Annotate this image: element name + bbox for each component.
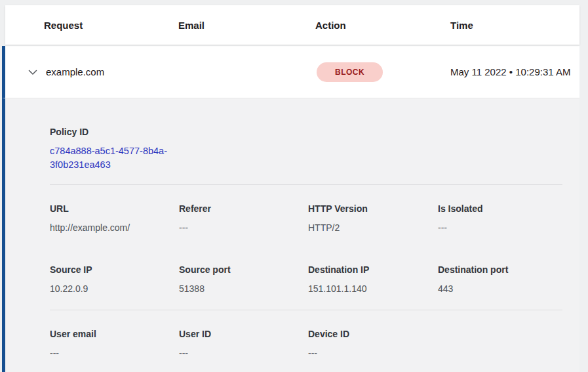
destination-ip-label: Destination IP (308, 264, 438, 275)
user-email-label: User email (50, 329, 179, 339)
policy-id-field: Policy ID c784a888-a5c1-4577-8b4a-3f0b23… (50, 127, 562, 172)
url-value: http://example.com/ (50, 222, 179, 233)
user-email-value: --- (50, 348, 179, 358)
user-id-label: User ID (179, 329, 308, 339)
http-version-label: HTTP Version (308, 203, 438, 214)
detail-row-user: User email --- User ID --- Device ID --- (50, 329, 562, 358)
destination-ip-value: 151.101.1.140 (308, 283, 438, 294)
http-version-value: HTTP/2 (308, 222, 438, 233)
url-label: URL (50, 203, 179, 214)
policy-id-link[interactable]: c784a888-a5c1-4577-8b4a-3f0b231ea463 (50, 144, 184, 172)
user-id-field: User ID --- (179, 329, 308, 358)
column-header-request: Request (44, 20, 178, 31)
source-port-value: 51388 (179, 283, 308, 294)
request-value: example.com (44, 66, 104, 77)
destination-port-field: Destination port 443 (438, 264, 562, 294)
source-ip-label: Source IP (50, 264, 179, 275)
source-port-label: Source port (179, 264, 308, 275)
referer-field: Referer --- (179, 203, 308, 233)
detail-row-network: Source IP 10.22.0.9 Source port 51388 De… (50, 264, 562, 294)
divider (50, 310, 562, 310)
user-id-value: --- (179, 348, 308, 358)
source-ip-value: 10.22.0.9 (50, 283, 179, 294)
policy-id-label: Policy ID (50, 127, 562, 137)
is-isolated-field: Is Isolated --- (438, 203, 562, 233)
detail-row-http: URL http://example.com/ Referer --- HTTP… (50, 203, 562, 233)
device-id-label: Device ID (308, 329, 438, 339)
url-field: URL http://example.com/ (50, 203, 179, 233)
source-port-field: Source port 51388 (179, 264, 308, 294)
destination-port-value: 443 (438, 283, 562, 294)
http-version-field: HTTP Version HTTP/2 (308, 203, 438, 233)
row-detail-panel: Policy ID c784a888-a5c1-4577-8b4a-3f0b23… (2, 98, 579, 372)
table-header: Request Email Action Time (5, 5, 579, 45)
user-email-field: User email --- (50, 329, 179, 358)
chevron-down-icon[interactable] (28, 67, 38, 77)
device-id-value: --- (308, 348, 438, 358)
column-header-email: Email (178, 20, 315, 31)
table-row[interactable]: example.com BLOCK May 11 2022 • 10:29:31… (2, 46, 579, 98)
action-status-badge: BLOCK (317, 62, 383, 82)
destination-ip-field: Destination IP 151.101.1.140 (308, 264, 438, 294)
referer-value: --- (179, 222, 308, 233)
is-isolated-label: Is Isolated (438, 203, 562, 214)
is-isolated-value: --- (438, 222, 562, 233)
column-header-action: Action (315, 20, 450, 31)
column-header-time: Time (450, 20, 579, 31)
log-table: Request Email Action Time example.com BL… (0, 5, 588, 372)
time-value: May 11 2022 • 10:29:31 AM (450, 64, 572, 80)
device-id-field: Device ID --- (308, 329, 438, 358)
source-ip-field: Source IP 10.22.0.9 (50, 264, 179, 294)
referer-label: Referer (179, 203, 308, 214)
divider (50, 184, 562, 185)
destination-port-label: Destination port (438, 264, 562, 275)
